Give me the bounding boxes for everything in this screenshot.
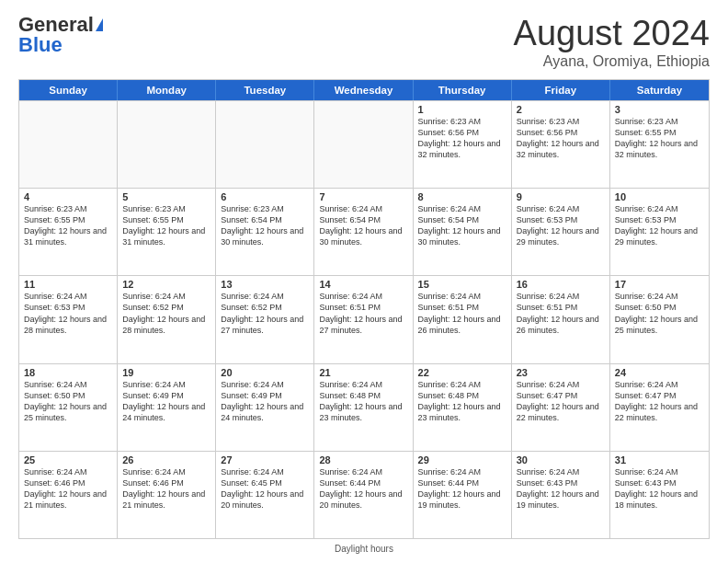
day-info: Sunrise: 6:23 AMSunset: 6:54 PMDaylight:… [221, 203, 309, 248]
day-number: 27 [221, 454, 309, 465]
calendar-cell: 23Sunrise: 6:24 AMSunset: 6:47 PMDayligh… [512, 364, 610, 451]
day-number: 5 [122, 191, 210, 202]
day-number: 14 [319, 279, 407, 290]
day-info: Sunrise: 6:24 AMSunset: 6:48 PMDaylight:… [319, 379, 407, 424]
logo: General Blue [18, 15, 103, 55]
day-info: Sunrise: 6:24 AMSunset: 6:54 PMDaylight:… [319, 203, 407, 248]
calendar-cell [118, 101, 216, 188]
header: General Blue August 2024 Ayana, Oromiya,… [18, 15, 710, 70]
calendar-cell: 12Sunrise: 6:24 AMSunset: 6:52 PMDayligh… [118, 276, 216, 362]
day-info: Sunrise: 6:24 AMSunset: 6:43 PMDaylight:… [615, 466, 704, 511]
calendar-week-5: 25Sunrise: 6:24 AMSunset: 6:46 PMDayligh… [19, 451, 709, 538]
day-number: 7 [319, 191, 407, 202]
day-number: 8 [418, 191, 506, 202]
day-number: 17 [615, 279, 704, 290]
day-info: Sunrise: 6:24 AMSunset: 6:48 PMDaylight:… [418, 379, 506, 424]
day-number: 26 [122, 454, 210, 465]
day-info: Sunrise: 6:23 AMSunset: 6:55 PMDaylight:… [122, 203, 210, 248]
title-section: August 2024 Ayana, Oromiya, Ethiopia [514, 15, 710, 70]
calendar-cell: 2Sunrise: 6:23 AMSunset: 6:56 PMDaylight… [512, 101, 610, 188]
day-number: 4 [24, 191, 112, 202]
calendar-cell: 24Sunrise: 6:24 AMSunset: 6:47 PMDayligh… [610, 364, 709, 451]
day-number: 11 [24, 279, 112, 290]
day-number: 24 [615, 367, 704, 378]
day-info: Sunrise: 6:24 AMSunset: 6:47 PMDaylight:… [615, 379, 704, 424]
calendar-location: Ayana, Oromiya, Ethiopia [514, 53, 710, 70]
day-number: 21 [319, 367, 407, 378]
calendar-header: SundayMondayTuesdayWednesdayThursdayFrid… [19, 80, 709, 100]
header-day-saturday: Saturday [610, 80, 709, 100]
calendar-cell: 3Sunrise: 6:23 AMSunset: 6:55 PMDaylight… [610, 101, 709, 188]
calendar-body: 1Sunrise: 6:23 AMSunset: 6:56 PMDaylight… [19, 100, 709, 538]
day-number: 30 [517, 454, 605, 465]
header-day-thursday: Thursday [414, 80, 512, 100]
calendar: SundayMondayTuesdayWednesdayThursdayFrid… [18, 79, 710, 539]
day-info: Sunrise: 6:24 AMSunset: 6:51 PMDaylight:… [319, 291, 407, 336]
day-info: Sunrise: 6:24 AMSunset: 6:49 PMDaylight:… [122, 379, 210, 424]
calendar-cell: 1Sunrise: 6:23 AMSunset: 6:56 PMDaylight… [414, 101, 512, 188]
calendar-cell: 17Sunrise: 6:24 AMSunset: 6:50 PMDayligh… [610, 276, 709, 362]
day-number: 22 [418, 367, 506, 378]
calendar-cell: 30Sunrise: 6:24 AMSunset: 6:43 PMDayligh… [512, 452, 610, 538]
day-number: 2 [517, 104, 605, 115]
calendar-cell: 26Sunrise: 6:24 AMSunset: 6:46 PMDayligh… [118, 452, 216, 538]
day-info: Sunrise: 6:24 AMSunset: 6:51 PMDaylight:… [418, 291, 506, 336]
day-number: 13 [221, 279, 309, 290]
header-day-monday: Monday [118, 80, 216, 100]
day-info: Sunrise: 6:24 AMSunset: 6:45 PMDaylight:… [221, 466, 309, 511]
calendar-cell: 15Sunrise: 6:24 AMSunset: 6:51 PMDayligh… [414, 276, 512, 362]
calendar-cell: 31Sunrise: 6:24 AMSunset: 6:43 PMDayligh… [610, 452, 709, 538]
calendar-week-3: 11Sunrise: 6:24 AMSunset: 6:53 PMDayligh… [19, 275, 709, 362]
day-number: 25 [24, 454, 112, 465]
day-info: Sunrise: 6:24 AMSunset: 6:50 PMDaylight:… [615, 291, 704, 336]
day-number: 19 [122, 367, 210, 378]
calendar-cell: 18Sunrise: 6:24 AMSunset: 6:50 PMDayligh… [19, 364, 118, 451]
day-info: Sunrise: 6:24 AMSunset: 6:46 PMDaylight:… [24, 466, 112, 511]
day-number: 16 [517, 279, 605, 290]
day-info: Sunrise: 6:24 AMSunset: 6:47 PMDaylight:… [517, 379, 605, 424]
calendar-cell: 28Sunrise: 6:24 AMSunset: 6:44 PMDayligh… [314, 452, 413, 538]
calendar-cell: 27Sunrise: 6:24 AMSunset: 6:45 PMDayligh… [216, 452, 314, 538]
header-day-tuesday: Tuesday [216, 80, 314, 100]
calendar-cell: 29Sunrise: 6:24 AMSunset: 6:44 PMDayligh… [414, 452, 512, 538]
calendar-cell [216, 101, 314, 188]
day-info: Sunrise: 6:24 AMSunset: 6:43 PMDaylight:… [517, 466, 605, 511]
day-number: 28 [319, 454, 407, 465]
day-info: Sunrise: 6:24 AMSunset: 6:44 PMDaylight:… [319, 466, 407, 511]
day-info: Sunrise: 6:24 AMSunset: 6:44 PMDaylight:… [418, 466, 506, 511]
day-info: Sunrise: 6:24 AMSunset: 6:53 PMDaylight:… [24, 291, 112, 336]
day-number: 29 [418, 454, 506, 465]
header-day-wednesday: Wednesday [314, 80, 413, 100]
calendar-week-1: 1Sunrise: 6:23 AMSunset: 6:56 PMDaylight… [19, 100, 709, 188]
calendar-cell: 11Sunrise: 6:24 AMSunset: 6:53 PMDayligh… [19, 276, 118, 362]
day-number: 23 [517, 367, 605, 378]
calendar-cell: 5Sunrise: 6:23 AMSunset: 6:55 PMDaylight… [118, 189, 216, 275]
day-info: Sunrise: 6:24 AMSunset: 6:46 PMDaylight:… [122, 466, 210, 511]
day-info: Sunrise: 6:24 AMSunset: 6:49 PMDaylight:… [221, 379, 309, 424]
header-day-sunday: Sunday [19, 80, 118, 100]
footer-text: Daylight hours [335, 544, 393, 554]
day-info: Sunrise: 6:24 AMSunset: 6:53 PMDaylight:… [615, 203, 704, 248]
calendar-cell: 9Sunrise: 6:24 AMSunset: 6:53 PMDaylight… [512, 189, 610, 275]
day-info: Sunrise: 6:24 AMSunset: 6:53 PMDaylight:… [517, 203, 605, 248]
day-number: 3 [615, 104, 704, 115]
calendar-cell: 7Sunrise: 6:24 AMSunset: 6:54 PMDaylight… [314, 189, 413, 275]
calendar-cell: 19Sunrise: 6:24 AMSunset: 6:49 PMDayligh… [118, 364, 216, 451]
calendar-title: August 2024 [514, 15, 710, 53]
calendar-cell: 14Sunrise: 6:24 AMSunset: 6:51 PMDayligh… [314, 276, 413, 362]
calendar-cell: 8Sunrise: 6:24 AMSunset: 6:54 PMDaylight… [414, 189, 512, 275]
day-number: 12 [122, 279, 210, 290]
day-info: Sunrise: 6:24 AMSunset: 6:50 PMDaylight:… [24, 379, 112, 424]
calendar-cell [19, 101, 118, 188]
page: General Blue August 2024 Ayana, Oromiya,… [0, 0, 728, 563]
day-info: Sunrise: 6:24 AMSunset: 6:54 PMDaylight:… [418, 203, 506, 248]
day-number: 1 [418, 104, 506, 115]
calendar-cell: 22Sunrise: 6:24 AMSunset: 6:48 PMDayligh… [414, 364, 512, 451]
day-number: 10 [615, 191, 704, 202]
calendar-cell: 13Sunrise: 6:24 AMSunset: 6:52 PMDayligh… [216, 276, 314, 362]
day-number: 20 [221, 367, 309, 378]
day-number: 6 [221, 191, 309, 202]
calendar-cell: 21Sunrise: 6:24 AMSunset: 6:48 PMDayligh… [314, 364, 413, 451]
calendar-week-4: 18Sunrise: 6:24 AMSunset: 6:50 PMDayligh… [19, 363, 709, 451]
day-number: 31 [615, 454, 704, 465]
